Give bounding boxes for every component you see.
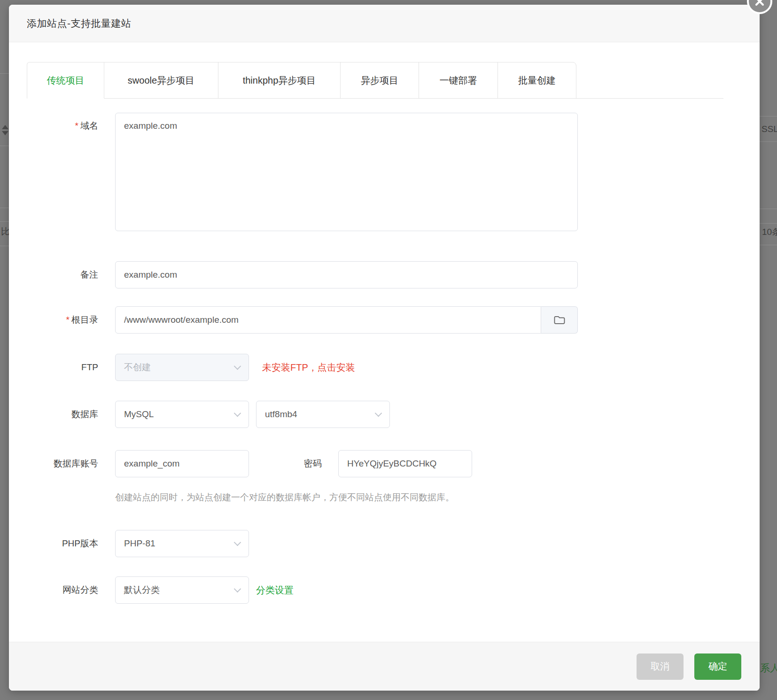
chevron-down-icon — [234, 585, 241, 593]
domain-textarea[interactable]: example.com — [115, 113, 578, 231]
php-version-row: PHP版本 PHP-81 — [27, 530, 742, 557]
ftp-select-value: 不创建 — [124, 361, 151, 373]
background-divider — [760, 116, 777, 117]
php-version-select[interactable]: PHP-81 — [115, 530, 249, 557]
background-row-count: 10条 — [762, 226, 777, 238]
remark-input[interactable] — [115, 261, 578, 288]
close-icon — [753, 0, 766, 8]
chevron-down-icon — [375, 410, 382, 417]
ftp-select[interactable]: 不创建 — [115, 354, 249, 381]
tab-traditional-project[interactable]: 传统项目 — [27, 62, 104, 99]
site-category-value: 默认分类 — [124, 584, 160, 596]
background-divider — [0, 146, 9, 146]
dialog-body: 传统项目 swoole异步项目 thinkphp异步项目 异步项目 一键部署 批… — [9, 62, 760, 604]
ftp-label: FTP — [27, 362, 115, 373]
php-version-label: PHP版本 — [27, 538, 115, 549]
background-divider — [760, 245, 777, 245]
dialog-header: 添加站点-支持批量建站 — [9, 5, 760, 42]
remark-label: 备注 — [27, 269, 115, 280]
tab-thinkphp-async[interactable]: thinkphp异步项目 — [218, 62, 341, 99]
background-divider — [760, 209, 777, 209]
db-password-label: 密码 — [249, 458, 338, 470]
root-path-input[interactable] — [115, 306, 541, 334]
ftp-install-warning[interactable]: 未安装FTP，点击安装 — [262, 361, 355, 374]
domain-label: *域名 — [27, 113, 115, 132]
background-divider — [0, 73, 9, 74]
site-category-label: 网站分类 — [27, 584, 115, 596]
ftp-row: FTP 不创建 未安装FTP，点击安装 — [27, 354, 742, 381]
background-divider — [0, 208, 9, 208]
db-charset-value: utf8mb4 — [265, 409, 297, 420]
cancel-button[interactable]: 取消 — [637, 653, 684, 680]
background-table-header-ssl: SSL — [761, 124, 777, 134]
root-directory-label: *根目录 — [27, 314, 115, 326]
background-divider — [0, 221, 9, 222]
domain-row: *域名 example.com — [27, 113, 742, 231]
db-account-row: 数据库账号 密码 — [27, 450, 742, 477]
db-type-select[interactable]: MySQL — [115, 401, 249, 428]
background-divider — [760, 141, 777, 142]
dialog-footer: 取消 确定 — [9, 642, 760, 691]
tab-async-project[interactable]: 异步项目 — [340, 62, 419, 99]
chevron-down-icon — [234, 363, 241, 370]
root-directory-row: *根目录 — [27, 306, 742, 334]
db-charset-select[interactable]: utf8mb4 — [256, 401, 390, 428]
tab-one-click-deploy[interactable]: 一键部署 — [419, 62, 498, 99]
db-password-input[interactable] — [338, 450, 472, 477]
background-divider — [760, 223, 777, 224]
add-site-dialog: 添加站点-支持批量建站 传统项目 swoole异步项目 thinkphp异步项目… — [9, 5, 760, 691]
tab-batch-create[interactable]: 批量创建 — [497, 62, 576, 99]
background-contact-link: 系人 — [760, 661, 777, 675]
required-asterisk: * — [66, 315, 70, 325]
remark-row: 备注 — [27, 261, 742, 288]
browse-folder-button[interactable] — [541, 306, 578, 334]
dialog-title: 添加站点-支持批量建站 — [27, 17, 132, 30]
background-divider — [0, 246, 9, 246]
tab-bar: 传统项目 swoole异步项目 thinkphp异步项目 异步项目 一键部署 批… — [27, 62, 723, 99]
folder-icon — [553, 313, 566, 327]
tab-swoole-async[interactable]: swoole异步项目 — [104, 62, 218, 99]
category-settings-link[interactable]: 分类设置 — [256, 584, 294, 597]
database-row: 数据库 MySQL utf8mb4 — [27, 401, 742, 428]
required-asterisk: * — [75, 121, 78, 131]
chevron-down-icon — [234, 410, 241, 417]
db-type-value: MySQL — [124, 409, 154, 420]
site-category-select[interactable]: 默认分类 — [115, 576, 249, 604]
sort-icon — [2, 125, 8, 135]
confirm-button[interactable]: 确定 — [694, 653, 741, 680]
php-version-value: PHP-81 — [124, 538, 155, 549]
site-category-row: 网站分类 默认分类 分类设置 — [27, 576, 742, 604]
db-username-input[interactable] — [115, 450, 249, 477]
chevron-down-icon — [234, 539, 241, 546]
db-account-label: 数据库账号 — [27, 458, 115, 469]
db-hint-text: 创建站点的同时，为站点创建一个对应的数据库帐户，方便不同站点使用不同数据库。 — [27, 491, 742, 504]
database-label: 数据库 — [27, 409, 115, 420]
